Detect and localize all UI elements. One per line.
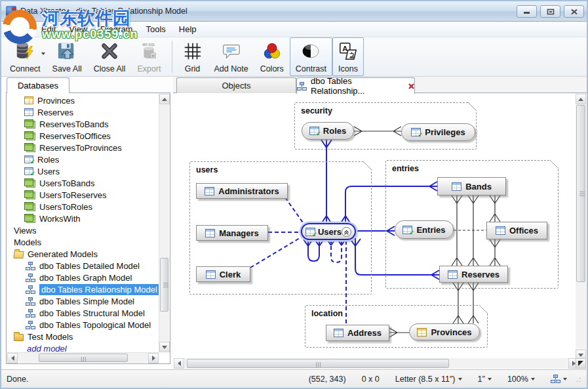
margin-dropdown[interactable]: 1"	[470, 375, 500, 384]
linked-tables-icon	[24, 131, 35, 140]
database-tree: Provinces Reserves ReservesToBands Reser…	[7, 94, 159, 352]
table-check-icon	[305, 228, 315, 236]
entity-entries[interactable]: Entries	[395, 220, 454, 239]
close-button[interactable]	[564, 5, 584, 18]
fold-corner-icon	[479, 305, 488, 314]
canvas-horizontal-scrollbar[interactable]	[174, 358, 579, 369]
close-tab-icon[interactable]	[408, 83, 414, 90]
tab-databases[interactable]: Databases	[7, 77, 69, 93]
tree-item-detailed-model[interactable]: dbo Tables Detailed Model	[7, 260, 159, 272]
title-bar: Data Xtractor - dbo Tables Relationship …	[1, 1, 587, 22]
tree-item-workswith[interactable]: WorksWith	[7, 213, 159, 224]
restore-button[interactable]	[540, 5, 560, 18]
tree-item-simple-model[interactable]: dbo Tables Simple Model	[7, 295, 159, 307]
svg-text:M: M	[152, 53, 155, 57]
tab-relationship-model[interactable]: dbo Tables Relationship...	[296, 77, 415, 94]
scroll-left-button[interactable]	[174, 358, 184, 369]
scroll-down-button[interactable]	[159, 342, 170, 352]
scroll-left-button[interactable]	[7, 353, 18, 363]
tree-item-userstoreserves[interactable]: UsersToReserves	[7, 189, 159, 201]
entity-address[interactable]: Address	[326, 325, 389, 341]
entity-managers[interactable]: Managers	[196, 225, 268, 241]
dropdown-caret-icon	[563, 378, 567, 380]
fold-corner-icon	[468, 102, 477, 111]
selection-size: 0 x 0	[354, 375, 387, 384]
tree-item-userstobands[interactable]: UsersToBands	[7, 177, 159, 189]
scroll-up-button[interactable]	[576, 94, 586, 104]
menu-file[interactable]: File	[8, 22, 35, 36]
scrollbar-thumb[interactable]	[39, 354, 128, 362]
svg-text:A: A	[342, 45, 347, 52]
scrollbar-thumb[interactable]	[187, 359, 449, 368]
tree-item-graph-model[interactable]: dbo Tables Graph Model	[7, 272, 159, 283]
icons-button[interactable]: A Icons	[332, 37, 364, 76]
tree-item-views[interactable]: Views	[7, 224, 159, 236]
sidebar-vertical-scrollbar[interactable]	[159, 94, 169, 352]
menu-diagram[interactable]: Diagram	[94, 22, 139, 36]
close-all-icon	[100, 41, 119, 63]
layout-dropdown[interactable]	[543, 375, 575, 383]
sidebar-horizontal-scrollbar[interactable]	[7, 352, 159, 363]
scroll-up-button[interactable]	[159, 94, 170, 104]
entity-administrators[interactable]: Administrators	[196, 183, 288, 199]
svg-text:MS SQL: MS SQL	[143, 42, 156, 46]
menu-view[interactable]: View	[62, 22, 94, 36]
canvas-vertical-scrollbar[interactable]	[576, 94, 586, 360]
linked-tables-icon	[24, 190, 35, 199]
add-note-button[interactable]: Add Note	[208, 37, 254, 76]
collapse-icon[interactable]	[342, 227, 351, 237]
cursor-coordinates: (552, 343)	[301, 375, 354, 384]
window-title: Data Xtractor - dbo Tables Relationship …	[20, 7, 187, 16]
tree-item-reservestobands[interactable]: ReservesToBands	[7, 118, 159, 130]
minimize-button[interactable]	[517, 5, 537, 18]
connect-dropdown-arrow[interactable]	[41, 52, 45, 55]
tree-item-userstoroles[interactable]: UsersToRoles	[7, 201, 159, 213]
add-note-icon	[221, 41, 242, 63]
open-folder-icon	[13, 251, 24, 258]
tree-item-models[interactable]: Models	[7, 236, 159, 248]
add-model-link[interactable]: add model	[7, 342, 159, 352]
tree-item-topological-model[interactable]: dbo Tables Topological Model	[7, 319, 159, 331]
tree-item-reserves[interactable]: Reserves	[7, 106, 159, 118]
entity-provinces[interactable]: Provinces	[409, 323, 480, 340]
entity-offices[interactable]: Offices	[486, 222, 547, 239]
tree-item-structural-model[interactable]: dbo Tables Structural Model	[7, 307, 159, 319]
colors-button[interactable]: Colors	[254, 37, 290, 76]
model-icon	[26, 297, 35, 306]
tree-item-reservestoprovinces[interactable]: ReservesToProvinces	[7, 142, 159, 154]
pan-overview-button[interactable]	[576, 358, 586, 369]
save-all-button[interactable]: Save All	[47, 37, 88, 76]
entity-users[interactable]: Users	[301, 223, 356, 240]
entity-clerk[interactable]: Clerk	[196, 266, 250, 282]
close-all-button[interactable]: Close All	[88, 37, 132, 76]
linked-tables-icon	[24, 143, 35, 152]
paper-size-dropdown[interactable]: Letter (8.5 x 11")	[387, 375, 470, 384]
diagram-canvas[interactable]: security users entries location	[174, 94, 579, 360]
connect-button[interactable]: Connect	[4, 37, 47, 76]
table-yellow-icon	[24, 96, 33, 104]
tree-item-users[interactable]: Users	[7, 165, 159, 177]
model-icon	[26, 274, 35, 282]
tab-objects[interactable]: Objects	[176, 77, 296, 93]
grid-button[interactable]: Grid	[177, 37, 208, 76]
tree-item-roles[interactable]: Roles	[7, 154, 159, 165]
contrast-button[interactable]: Contrast	[290, 37, 332, 76]
tree-item-generated-models[interactable]: Generated Models	[7, 248, 159, 260]
menu-tools[interactable]: Tools	[139, 22, 172, 36]
tree-item-test-models[interactable]: Test Models	[7, 331, 159, 342]
scroll-right-button[interactable]	[148, 353, 159, 363]
zoom-dropdown[interactable]: 100%	[500, 375, 543, 384]
scrollbar-thumb[interactable]	[160, 258, 168, 312]
entity-bands[interactable]: Bands	[437, 177, 506, 195]
menu-edit[interactable]: Edit	[35, 22, 62, 36]
menu-help[interactable]: Help	[172, 22, 203, 36]
tree-item-relationship-model[interactable]: dbo Tables Relationship Model	[7, 283, 159, 295]
scrollbar-thumb[interactable]	[576, 105, 585, 282]
linked-tables-icon	[24, 214, 35, 223]
entity-reserves[interactable]: Reserves	[439, 266, 508, 283]
entity-privileges[interactable]: Privileges	[401, 123, 475, 141]
tree-item-reservestooffices[interactable]: ReservesToOffices	[7, 130, 159, 142]
tree-item-provinces[interactable]: Provinces	[7, 94, 159, 106]
table-check-icon	[24, 155, 33, 163]
entity-roles[interactable]: Roles	[302, 122, 354, 140]
